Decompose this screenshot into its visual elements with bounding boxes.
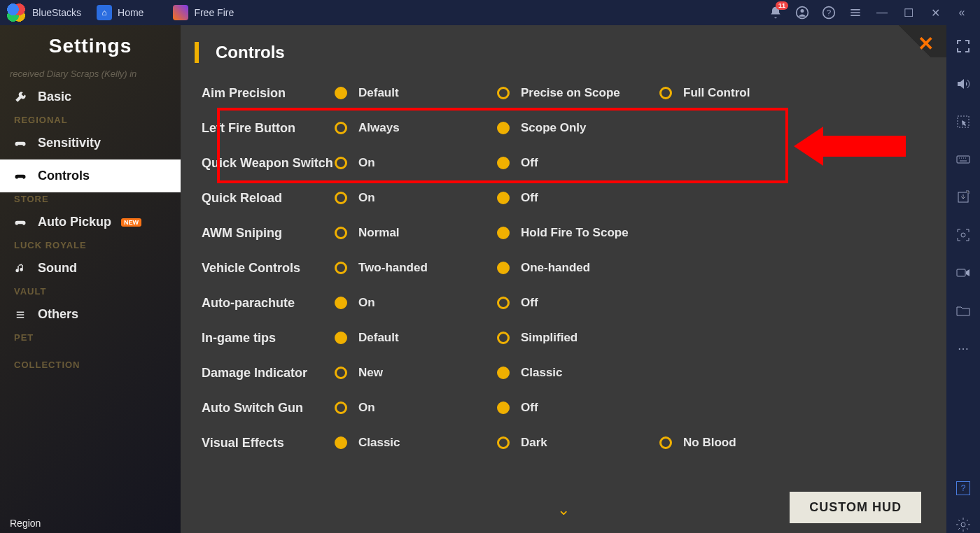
radio-option[interactable]: Classic	[335, 436, 497, 450]
radio-option[interactable]: Default	[335, 86, 497, 100]
radio-option[interactable]: Two-handed	[335, 261, 497, 275]
minimize-button[interactable]: —	[875, 6, 889, 20]
svg-point-7	[961, 233, 965, 237]
custom-hud-button[interactable]: CUSTOM HUD	[790, 492, 921, 523]
more-button[interactable]: ⋯	[955, 340, 972, 357]
setting-row: Aim PrecisionDefaultPrecise on ScopeFull…	[202, 76, 925, 111]
option-label: New	[358, 366, 383, 380]
setting-label: Auto-parachute	[202, 296, 335, 311]
option-label: Off	[521, 296, 538, 310]
radio-icon	[659, 436, 672, 449]
sidebar-item-autopickup[interactable]: Auto Pickup NEW	[0, 206, 181, 239]
bg-text: VAULT	[0, 285, 181, 298]
setting-row: Vehicle ControlsTwo-handedOne-handed	[202, 250, 925, 285]
radio-option[interactable]: Off	[497, 401, 659, 415]
toolbar-help-button[interactable]: ?	[956, 481, 970, 495]
radio-option[interactable]: Scope Only	[497, 121, 659, 135]
sidebar-item-label: Others	[38, 307, 78, 322]
radio-option[interactable]: Default	[335, 331, 497, 345]
radio-icon	[335, 367, 347, 379]
section-accent-bar	[195, 42, 199, 63]
account-button[interactable]	[795, 6, 809, 20]
notifications-button[interactable]: 11	[769, 6, 783, 20]
sidebar-item-label: Auto Pickup	[38, 215, 111, 229]
radio-option[interactable]: On	[335, 191, 497, 205]
option-label: Precise on Scope	[521, 86, 620, 100]
fullscreen-button[interactable]	[955, 38, 972, 55]
setting-label: Quick Reload	[202, 191, 335, 206]
option-label: Classic	[521, 366, 563, 380]
annotation-arrow-body	[822, 136, 906, 157]
option-label: Classic	[358, 436, 400, 450]
radio-option[interactable]: Hold Fire To Scope	[497, 226, 659, 240]
video-icon	[955, 264, 972, 281]
radio-icon	[335, 122, 347, 134]
media-folder-button[interactable]	[955, 302, 972, 319]
sidebar-item-others[interactable]: Others	[0, 298, 181, 331]
radio-option[interactable]: New	[335, 366, 497, 380]
radio-option[interactable]: Off	[497, 156, 659, 170]
app-name: BlueStacks	[32, 7, 81, 18]
close-settings-button[interactable]: ✕	[883, 25, 946, 57]
select-tool-button[interactable]	[955, 113, 972, 130]
option-label: No Blood	[683, 436, 736, 450]
radio-option[interactable]: On	[335, 296, 497, 310]
sidebar-item-sound[interactable]: Sound	[0, 252, 181, 285]
sidebar-item-sensitivity[interactable]: Sensitivity	[0, 127, 181, 159]
radio-icon	[497, 87, 510, 99]
radio-icon	[335, 157, 347, 169]
radio-option[interactable]: One-handed	[497, 261, 659, 275]
radio-option[interactable]: Normal	[335, 226, 497, 240]
settings-title: Settings	[0, 25, 181, 67]
radio-option[interactable]: Off	[497, 296, 659, 310]
keyboard-button[interactable]	[955, 151, 972, 168]
radio-icon	[497, 192, 510, 204]
menu-button[interactable]	[848, 6, 862, 20]
radio-option[interactable]: Dark	[497, 436, 659, 450]
volume-button[interactable]	[955, 76, 972, 92]
radio-option[interactable]: On	[335, 156, 497, 170]
bg-text: STORE	[0, 192, 181, 206]
bg-text: REGIONAL	[0, 113, 181, 127]
option-label: Off	[521, 156, 538, 170]
radio-option[interactable]: On	[335, 401, 497, 415]
radio-icon	[497, 297, 510, 309]
radio-option[interactable]: Precise on Scope	[497, 86, 659, 100]
tab-home[interactable]: ⌂ Home	[90, 0, 158, 25]
option-label: Hold Fire To Scope	[521, 226, 629, 240]
collapse-toolbar-button[interactable]: «	[955, 6, 969, 20]
radio-icon	[497, 227, 510, 239]
help-button[interactable]: ?	[822, 6, 836, 20]
radio-option[interactable]: No Blood	[659, 436, 822, 450]
install-apk-button[interactable]	[955, 189, 972, 206]
radio-icon	[659, 87, 672, 99]
toolbar-settings-button[interactable]	[955, 516, 972, 533]
sidebar-item-label: Sensitivity	[38, 136, 101, 150]
record-button[interactable]	[955, 264, 972, 281]
close-window-button[interactable]: ✕	[928, 6, 942, 20]
scroll-down-indicator[interactable]: ⌄	[557, 501, 570, 519]
radio-option[interactable]: Full Control	[659, 86, 822, 100]
tab-freefire[interactable]: Free Fire	[166, 0, 248, 25]
option-label: Simplified	[521, 331, 578, 345]
folder-icon	[955, 302, 972, 319]
radio-option[interactable]: Off	[497, 191, 659, 205]
bg-text: COLLECTION	[0, 358, 181, 371]
option-label: On	[358, 191, 375, 205]
setting-row: Quick ReloadOnOff	[202, 180, 925, 215]
option-label: Full Control	[683, 86, 750, 100]
radio-icon	[497, 157, 510, 169]
radio-icon	[497, 262, 510, 274]
keyboard-icon	[955, 151, 972, 168]
radio-option[interactable]: Classic	[497, 366, 659, 380]
radio-option[interactable]: Always	[335, 121, 497, 135]
radio-icon	[497, 401, 510, 414]
screenshot-button[interactable]	[955, 227, 972, 243]
sidebar-item-controls[interactable]: Controls	[0, 159, 181, 192]
sidebar-item-basic[interactable]: Basic	[0, 80, 181, 113]
radio-option[interactable]: Simplified	[497, 331, 659, 345]
radio-icon	[335, 192, 347, 204]
maximize-button[interactable]: ☐	[902, 6, 916, 20]
cursor-select-icon	[955, 113, 972, 130]
notification-badge: 11	[776, 1, 788, 10]
